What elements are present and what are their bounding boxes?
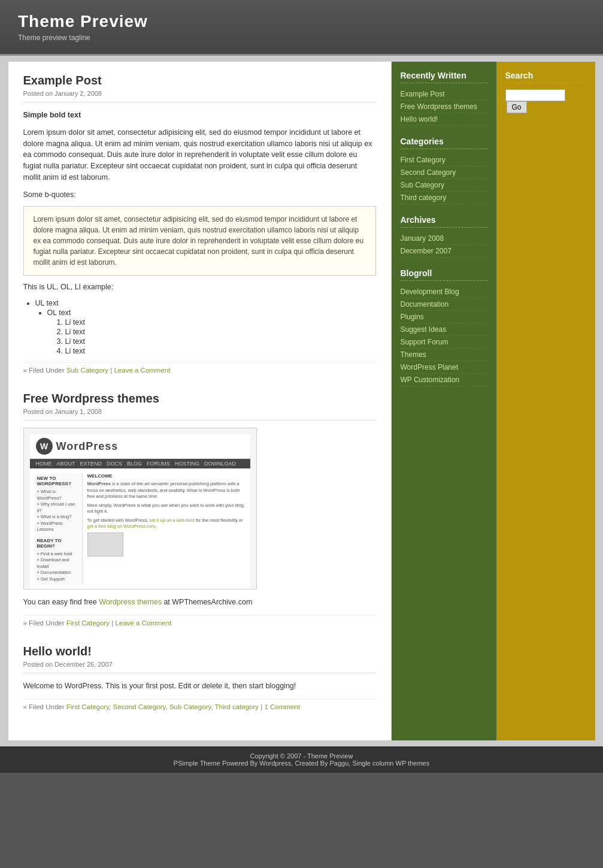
blogroll-link-2[interactable]: Documentation [401,298,487,311]
site-footer: Copyright © 2007 - Theme Preview PSimple… [0,746,603,773]
search-input[interactable] [505,89,565,101]
blogroll-link-3[interactable]: Plugins [401,311,487,323]
blogroll-heading: Blogroll [401,268,487,281]
post-hello-world: Hello world! Posted on December 26, 2007… [23,645,376,710]
category-link-first-hello[interactable]: First Category [66,703,109,710]
category-link-second-hello[interactable]: Second Category [113,703,166,710]
sidebar: Recently Written Example Post Free Wordp… [392,62,496,740]
filed-under-label: » Filed Under [23,367,65,374]
search-button[interactable]: Go [507,101,527,113]
ol-item: Li text [65,318,376,326]
blogroll-link-7[interactable]: WordPress Planet [401,361,487,374]
cat-link-2[interactable]: Second Category [401,167,487,179]
category-link-first[interactable]: First Category [66,619,110,627]
wp-mini-heading-new: NEW TO WORDPRESS? [37,476,80,486]
recent-link-1[interactable]: Example Post [401,88,487,101]
wp-description: You can easy find free Wordpress themes … [23,597,376,608]
leave-comment-link[interactable]: Leave a Comment [114,367,170,374]
wp-sidebar-mini: NEW TO WORDPRESS? » What is WordPress? »… [35,473,83,585]
post-footer-wp: » Filed Under First Category | Leave a C… [23,615,376,627]
inner-wrap: Example Post Posted on January 2, 2008 S… [8,62,595,740]
blogroll-link-6[interactable]: Themes [401,349,487,361]
blogroll-link-8[interactable]: WP Customization [401,374,487,386]
post-footer-example: » Filed Under Sub Category | Leave a Com… [23,362,376,374]
nav-hosting: HOSTING [175,461,199,467]
nav-forums: FORUMS [147,461,170,467]
wp-get-started: To get started with WordPress, set it up… [87,518,246,530]
wp-mini-ready: READY TO BEGIN? » Find a web host » Down… [37,538,80,583]
wp-mini-link-4: » WordPress Lessons [37,521,80,533]
wp-content-text: You can easy find free [23,598,97,606]
search-heading: Search [505,71,586,83]
wp-bold-text: WordPress [87,481,111,486]
wp-content-after: at WPThemesArchive.com [163,598,252,606]
wp-screenshot: W WordPress HOME ABOUT EXTEND DOCS BLOG … [23,428,257,589]
recent-link-3[interactable]: Hello world! [401,113,487,126]
archive-link-2[interactable]: December 2007 [401,245,487,258]
post-date-hello: Posted on December 26, 2007 [23,661,376,673]
post-wordpress-themes: Free Wordpress themes Posted on January … [23,392,376,627]
wp-screenshot-inner: W WordPress HOME ABOUT EXTEND DOCS BLOG … [24,428,256,589]
ul-item: UL text OL text Li text Li text Li text … [35,299,376,355]
outer-wrap: Example Post Posted on January 2, 2008 S… [0,56,603,746]
recent-link-2[interactable]: Free Wordpress themes [401,101,487,113]
site-tagline: Theme preview tagline [18,34,585,42]
footer-copyright: Copyright © 2007 - Theme Preview [6,752,597,760]
recently-written-heading: Recently Written [401,71,487,83]
ol-item: Li text [65,328,376,336]
ol-list: Li text Li text Li text Li text [65,318,376,355]
wp-mini-link-1: » What is WordPress? [37,489,80,501]
footer-credit: PSimple Theme Powered By Wordpress, Crea… [6,760,597,767]
ol-item: Li text [65,337,376,346]
wp-themes-link[interactable]: Wordpress themes [99,598,162,606]
blogroll-link-4[interactable]: Suggest Ideas [401,323,487,336]
recently-written-section: Recently Written Example Post Free Wordp… [401,71,487,126]
wp-logo-text: WordPress [56,440,119,453]
blogroll-section: Blogroll Development Blog Documentation … [401,268,487,386]
category-link-sub[interactable]: Sub Category [66,367,108,374]
categories-heading: Categories [401,137,487,149]
archives-section: Archives January 2008 December 2007 [401,215,487,258]
nav-home: HOME [36,461,52,467]
category-link-third-hello[interactable]: Third category [215,703,259,710]
comment-link-hello[interactable]: 1 Comment [264,703,299,710]
nested-ul-item: OL text Li text Li text Li text Li text [47,309,376,355]
bquotes-label: Some b-quotes: [23,189,376,201]
category-link-sub-hello[interactable]: Sub Category [169,703,211,710]
leave-comment-link-wp[interactable]: Leave a Comment [115,619,171,627]
wp-mini-link-2: » Why should I use it? [37,501,80,514]
post-date-example: Posted on January 2, 2008 [23,90,376,102]
nav-download: DOWNLOAD [204,461,236,467]
list-label: This is UL, OL, LI example: [23,282,376,293]
bold-text: Simple bold text [23,110,376,121]
blogroll-link-5[interactable]: Support Forum [401,336,487,349]
post-paragraph-1: Lorem ipsum dolor sit amet, consectetur … [23,127,376,183]
cat-link-4[interactable]: Third category [401,192,487,204]
post-content-wp: W WordPress HOME ABOUT EXTEND DOCS BLOG … [23,428,376,608]
post-date-wp: Posted on January 1, 2008 [23,408,376,421]
wp-logo-circle: W [36,438,53,455]
wp-mini-ready-3: » Documentation [37,570,80,576]
post-title-hello: Hello world! [23,645,376,658]
blogroll-link-1[interactable]: Development Blog [401,286,487,298]
site-header: Theme Preview Theme preview tagline [0,0,603,56]
nav-docs: DOCS [107,461,122,467]
wp-welcome-text: WordPress is a state-of-the-art semantic… [87,481,246,500]
nav-about: ABOUT [57,461,75,467]
main-content: Example Post Posted on January 2, 2008 S… [8,62,392,740]
wp-mini-ready-4: » Get Support [37,576,80,583]
wp-link-webhost: set it up on a web host [150,518,195,523]
cat-link-3[interactable]: Sub Category [401,179,487,192]
archive-link-1[interactable]: January 2008 [401,232,487,245]
cat-link-1[interactable]: First Category [401,154,487,167]
post-content-hello: Welcome to WordPress. This is your first… [23,681,376,692]
wp-mini-image [87,533,123,557]
hello-world-paragraph: Welcome to WordPress. This is your first… [23,681,376,692]
archives-heading: Archives [401,215,487,228]
post-content-example: Simple bold text Lorem ipsum dolor sit a… [23,110,376,355]
wp-mini-ready-2: » Download and Install [37,557,80,570]
right-sidebar: Search Go [496,62,595,740]
wp-mini-link-3: » What is a blog? [37,514,80,521]
list-section: UL text OL text Li text Li text Li text … [23,299,376,355]
post-title-wp: Free Wordpress themes [23,392,376,406]
